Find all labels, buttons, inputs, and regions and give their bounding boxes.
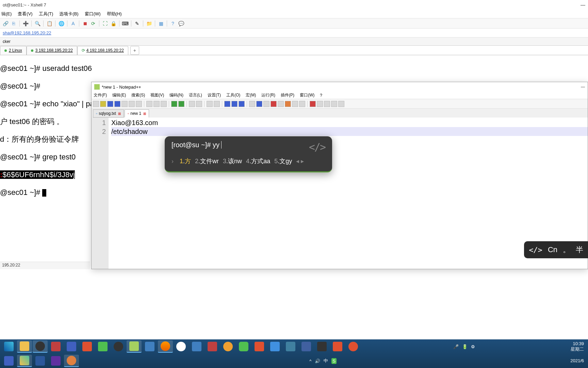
address-link[interactable]: sha@192.168.195.20:22 bbox=[3, 30, 51, 35]
stop-icon[interactable]: ⏹ bbox=[82, 20, 88, 27]
ime-status-bar[interactable]: </> Cn 。 半 bbox=[524, 241, 588, 258]
play-icon[interactable] bbox=[324, 101, 330, 107]
expand-icon[interactable]: ⛶ bbox=[102, 20, 109, 27]
minimize-button[interactable]: — bbox=[581, 2, 585, 7]
indent-icon[interactable] bbox=[256, 101, 262, 107]
ime-candidate[interactable]: 2.文件wr bbox=[195, 157, 219, 165]
wrap-icon[interactable] bbox=[239, 101, 245, 107]
editor-line[interactable]: /etc/shadow bbox=[111, 127, 588, 136]
baidu-disk-icon[interactable] bbox=[174, 340, 189, 353]
monitor-icon[interactable] bbox=[142, 340, 157, 353]
copy-icon[interactable] bbox=[153, 101, 160, 107]
qq-icon[interactable] bbox=[111, 340, 126, 353]
globe-icon[interactable]: 🌐 bbox=[58, 20, 65, 27]
menu-tools[interactable]: 工具(T) bbox=[39, 11, 53, 17]
minimize-button[interactable]: — bbox=[581, 85, 585, 89]
save-icon[interactable] bbox=[107, 101, 113, 107]
zoom-out-icon[interactable] bbox=[214, 101, 220, 107]
tray-icon[interactable]: 🎤 bbox=[453, 344, 459, 349]
putty-icon[interactable] bbox=[283, 340, 298, 353]
volume-icon[interactable]: 🔊 bbox=[315, 358, 320, 364]
pdf-icon[interactable] bbox=[48, 355, 63, 367]
tab-add-button[interactable]: + bbox=[130, 46, 139, 55]
vscode-icon[interactable] bbox=[189, 340, 204, 353]
open-icon[interactable] bbox=[100, 101, 106, 107]
secure-icon[interactable] bbox=[33, 340, 48, 353]
tab-close-icon[interactable]: ⊠ bbox=[143, 112, 146, 116]
monitor-icon[interactable] bbox=[299, 101, 305, 107]
tray-expand-icon[interactable]: ^ bbox=[309, 358, 311, 364]
chat-icon[interactable]: 💬 bbox=[178, 20, 184, 27]
menu-view[interactable]: 查看(V) bbox=[18, 11, 32, 17]
wechat-icon[interactable] bbox=[236, 340, 251, 353]
menu-macros[interactable]: 宏(M) bbox=[246, 92, 256, 98]
keyboard-icon[interactable]: ⌨ bbox=[122, 20, 129, 27]
menu-language[interactable]: 语言(L) bbox=[189, 92, 202, 98]
open-icon[interactable]: ⎘ bbox=[10, 20, 17, 27]
ime-indicator[interactable]: 中 bbox=[324, 358, 328, 364]
folder-icon[interactable] bbox=[271, 101, 277, 107]
menu-window[interactable]: 窗口(W) bbox=[300, 92, 314, 98]
menu-tools[interactable]: 工具(O) bbox=[226, 92, 240, 98]
undo-icon[interactable] bbox=[171, 101, 177, 107]
clock-time[interactable]: 10:39 星期二 bbox=[571, 341, 587, 352]
ime-width[interactable]: 半 bbox=[576, 245, 583, 255]
menu-tabs[interactable]: 选项卡(B) bbox=[59, 11, 78, 17]
menu-edit[interactable]: 辑(E) bbox=[1, 11, 12, 17]
menu-settings[interactable]: 设置(T) bbox=[208, 92, 221, 98]
edge-icon[interactable] bbox=[1, 340, 16, 353]
weibo-icon[interactable] bbox=[346, 340, 361, 353]
zoom-in-icon[interactable] bbox=[207, 101, 213, 107]
lock-icon[interactable]: 🔒 bbox=[110, 20, 117, 27]
add-icon[interactable]: ➕ bbox=[22, 20, 29, 27]
menu-search[interactable]: 搜索(S) bbox=[131, 92, 145, 98]
ime-candidate[interactable]: 5.文gy bbox=[274, 157, 292, 165]
tray-icon[interactable]: 🔋 bbox=[462, 344, 468, 349]
connect-icon[interactable]: 🔗 bbox=[2, 20, 9, 27]
doc-map-icon[interactable] bbox=[278, 101, 284, 107]
save-icon[interactable] bbox=[1, 355, 16, 367]
stop-record-icon[interactable] bbox=[317, 101, 323, 107]
refresh-icon[interactable]: ⟳ bbox=[90, 20, 97, 27]
explorer-icon[interactable] bbox=[17, 340, 32, 353]
editor-line[interactable]: Xiao@163.com bbox=[111, 118, 588, 127]
print-icon[interactable] bbox=[136, 101, 142, 107]
taskbar[interactable]: 🎤 🔋 ⚙ 10:39 星期二 ^ 🔊 中 S 2021/6 bbox=[0, 339, 588, 368]
xshell-tab[interactable]: ⟳4 192.168.195.20:22 bbox=[77, 46, 128, 55]
sync-v-icon[interactable] bbox=[224, 101, 230, 107]
new-file-icon[interactable] bbox=[93, 101, 99, 107]
tab-close-icon[interactable]: ⊠ bbox=[118, 112, 121, 116]
folder-icon[interactable]: 📁 bbox=[146, 20, 152, 27]
screenshot-icon[interactable] bbox=[80, 340, 95, 353]
sogou-tray-icon[interactable]: S bbox=[331, 358, 337, 364]
ime-candidate[interactable]: 3.该nw bbox=[223, 157, 242, 165]
ime-punct[interactable]: 。 bbox=[563, 245, 570, 255]
ime-candidate[interactable]: 1.方 bbox=[180, 157, 191, 165]
tray-icon[interactable]: ⚙ bbox=[471, 344, 475, 349]
help-icon[interactable]: ? bbox=[169, 20, 176, 27]
menu-plugins[interactable]: 插件(P) bbox=[281, 92, 294, 98]
sogou-icon[interactable] bbox=[330, 340, 345, 353]
chevron-right-icon[interactable]: › bbox=[172, 158, 174, 165]
sync-h-icon[interactable] bbox=[231, 101, 238, 107]
wireshark-icon[interactable] bbox=[299, 340, 314, 353]
menu-encoding[interactable]: 编码(N) bbox=[169, 92, 183, 98]
ime-candidates[interactable]: › 1.方 2.文件wr 3.该nw 4.方式aa 5.文gy ◂ ▸ bbox=[172, 157, 325, 165]
close-all-icon[interactable] bbox=[129, 101, 135, 107]
clock-date[interactable]: 2021/6 bbox=[570, 358, 587, 364]
app-icon[interactable] bbox=[48, 340, 63, 353]
camtasia-icon[interactable] bbox=[95, 340, 110, 353]
save-all-icon[interactable] bbox=[114, 101, 120, 107]
notepad-window[interactable]: *new 1 - Notepad++ — 文件(F) 编辑(E) 搜索(S) 视… bbox=[91, 82, 588, 269]
menu-edit[interactable]: 编辑(E) bbox=[112, 92, 126, 98]
highlight-icon[interactable]: ✎ bbox=[134, 20, 141, 27]
ime-candidate[interactable]: 4.方式aa bbox=[246, 157, 270, 165]
play-multi-icon[interactable] bbox=[331, 101, 337, 107]
guide-icon[interactable] bbox=[263, 101, 270, 107]
page-nav-icon[interactable]: ◂ ▸ bbox=[296, 157, 304, 165]
menu-window[interactable]: 窗口(W) bbox=[85, 11, 101, 17]
func-list-icon[interactable] bbox=[285, 101, 291, 107]
xshell-icon[interactable] bbox=[314, 340, 329, 353]
xshell-addressbar[interactable]: sha@192.168.195.20:22 bbox=[0, 29, 588, 37]
menu-help[interactable]: ? bbox=[320, 93, 322, 98]
